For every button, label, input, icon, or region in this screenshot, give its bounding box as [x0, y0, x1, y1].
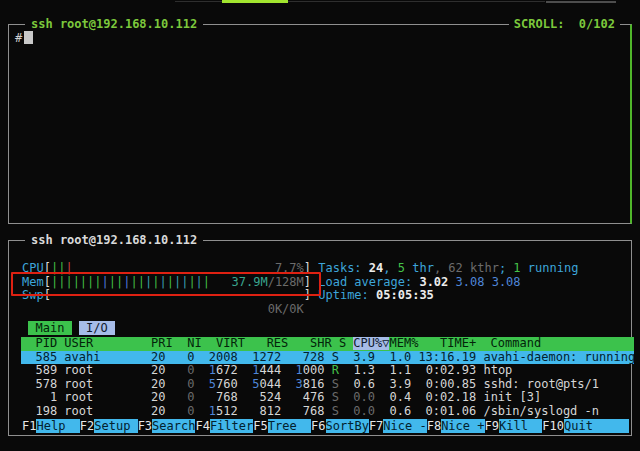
fkey-f5[interactable]: F5Tree — [253, 419, 311, 433]
bottom-pane-title: ssh root@192.168.10.112 — [25, 233, 203, 247]
fkey-f4[interactable]: F4Filter — [195, 419, 253, 433]
annotation-rectangle — [11, 272, 321, 296]
table-header[interactable]: PID USER PRI NI VIRT RES SHR S CPU%▽MEM%… — [21, 337, 634, 351]
fkey-f2[interactable]: F2Setup — [80, 419, 138, 433]
fkey-f6[interactable]: F6SortBy — [311, 419, 369, 433]
top-edge-gray-strip — [546, 1, 616, 3]
process-row[interactable]: 578 root 20 0 5760 5044 3816 S 0.6 3.9 0… — [21, 378, 634, 392]
screen: { "window": { "top_pane": { "title": "ss… — [0, 0, 640, 451]
function-key-bar: F1Help F2Setup F3SearchF4FilterF5Tree F6… — [22, 419, 635, 433]
bottom-pane[interactable]: ssh root@192.168.10.112 CPU[|||7.7%] Tas… — [8, 240, 632, 436]
htop-tab-bar: Main I/O — [21, 321, 115, 335]
tab-main[interactable]: Main — [28, 321, 71, 335]
tab-io[interactable]: I/O — [79, 321, 115, 335]
fkey-f3[interactable]: F3Search — [138, 419, 196, 433]
process-row[interactable]: 585 avahi 20 0 2008 1272 728 S 3.9 1.0 1… — [21, 351, 634, 365]
scroll-indicator: SCROLL: 0/102 — [509, 17, 620, 31]
shell-prompt[interactable]: # — [15, 31, 33, 45]
fkey-f10[interactable]: F10Quit — [542, 419, 629, 433]
fkey-f9[interactable]: F9Kill — [485, 419, 543, 433]
fkey-f8[interactable]: F8Nice + — [427, 419, 485, 433]
process-row[interactable]: 589 root 20 0 1672 1444 1000 R 1.3 1.1 0… — [21, 364, 634, 378]
process-row[interactable]: 1 root 20 0 768 524 476 S 0.0 0.4 0:02.1… — [21, 391, 634, 405]
process-table: PID USER PRI NI VIRT RES SHR S CPU%▽MEM%… — [21, 337, 634, 419]
top-pane[interactable]: ssh root@192.168.10.112 SCROLL: 0/102 # — [8, 24, 632, 224]
process-row[interactable]: 198 root 20 0 1512 812 768 S 0.0 0.6 0:0… — [21, 405, 634, 419]
sort-column-cpu[interactable]: CPU%▽ — [353, 337, 389, 350]
top-pane-title: ssh root@192.168.10.112 — [25, 17, 203, 31]
fkey-f1[interactable]: F1Help — [22, 419, 80, 433]
text-cursor — [24, 31, 33, 44]
fkey-f7[interactable]: F7Nice - — [369, 419, 427, 433]
top-edge-green-strip — [222, 0, 288, 3]
prompt-char: # — [15, 31, 22, 45]
